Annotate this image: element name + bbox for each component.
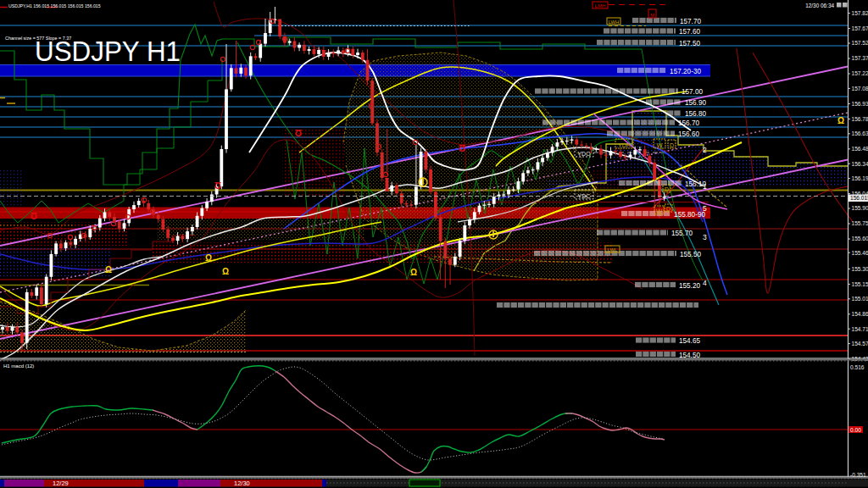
svg-text:5: 5 <box>703 204 707 213</box>
svg-text:Ω: Ω <box>205 253 212 263</box>
svg-text:155.50: 155.50 <box>680 251 701 258</box>
svg-text:H1 macd (12): H1 macd (12) <box>3 363 34 369</box>
svg-text:155.80-90: 155.80-90 <box>674 211 705 219</box>
svg-text:156.485: 156.485 <box>852 146 868 152</box>
svg-text:155.465: 155.465 <box>852 250 868 256</box>
svg-text:Ω: Ω <box>295 128 302 137</box>
svg-text:155.010: 155.010 <box>852 296 868 302</box>
svg-text:4: 4 <box>703 279 707 287</box>
svg-text:-0.351: -0.351 <box>850 472 866 478</box>
svg-text:0.516: 0.516 <box>850 364 865 370</box>
svg-text:YDO: YDO <box>577 151 591 157</box>
svg-text:157.60: 157.60 <box>679 28 700 36</box>
svg-text:YDH: YDH <box>618 142 631 148</box>
svg-text:LWL: LWL <box>608 247 618 252</box>
svg-text:156.340: 156.340 <box>852 161 868 167</box>
svg-text:USDJPY H1: USDJPY H1 <box>35 35 181 67</box>
svg-text:12/30: 12/30 <box>234 480 250 487</box>
svg-text:156.015: 156.015 <box>850 195 868 201</box>
svg-text:W: W <box>656 208 663 215</box>
svg-text:D: D <box>665 186 669 192</box>
svg-text:YDC: YDC <box>578 193 591 199</box>
svg-text:155.20: 155.20 <box>679 282 700 290</box>
svg-text:155.750: 155.750 <box>852 220 868 226</box>
svg-text:LWH: LWH <box>609 19 619 25</box>
svg-text:154.715: 154.715 <box>852 326 868 332</box>
svg-text:157.225: 157.225 <box>852 70 868 76</box>
svg-text:155.70: 155.70 <box>671 230 693 237</box>
svg-text:154.570: 154.570 <box>852 341 868 347</box>
svg-text:M: M <box>650 12 654 18</box>
svg-text:156.780: 156.780 <box>852 116 868 122</box>
svg-text:157.080: 157.080 <box>852 86 868 92</box>
svg-text:3: 3 <box>703 233 707 241</box>
svg-text:2: 2 <box>703 146 707 154</box>
svg-text:12/29: 12/29 <box>53 480 69 487</box>
svg-text:Ω: Ω <box>410 268 417 277</box>
svg-text:157.00: 157.00 <box>682 88 703 96</box>
svg-text:157.50: 157.50 <box>679 40 700 47</box>
svg-text:D: D <box>670 142 674 148</box>
svg-text:157.70: 157.70 <box>680 18 701 25</box>
svg-text:0.00: 0.00 <box>850 427 861 433</box>
svg-text:12/30 06:34: 12/30 06:34 <box>805 3 834 8</box>
svg-text:Ω: Ω <box>837 116 844 125</box>
svg-text:155.900: 155.900 <box>852 205 868 211</box>
svg-text:Ω: Ω <box>459 143 465 152</box>
svg-text:154.50: 154.50 <box>679 352 700 359</box>
svg-text:157.525: 157.525 <box>852 40 868 46</box>
svg-text:156.195: 156.195 <box>852 175 868 181</box>
svg-text:155.155: 155.155 <box>852 281 868 287</box>
svg-text:156.80: 156.80 <box>685 110 706 118</box>
svg-text:157.375: 157.375 <box>852 55 868 61</box>
svg-text:155.600: 155.600 <box>852 236 868 241</box>
svg-text:157.820: 157.820 <box>852 10 868 16</box>
svg-text:Ω: Ω <box>105 265 112 274</box>
svg-text:LMH: LMH <box>594 3 605 8</box>
svg-text:D: D <box>666 206 670 212</box>
svg-text:Ω: Ω <box>222 267 229 276</box>
svg-text:156.930: 156.930 <box>852 101 868 107</box>
svg-text:157.670: 157.670 <box>852 25 868 31</box>
svg-text:154.65: 154.65 <box>679 337 700 345</box>
svg-text:156.70: 156.70 <box>678 119 699 127</box>
svg-text:154.860: 154.860 <box>852 311 868 317</box>
svg-text:157.20-30: 157.20-30 <box>670 68 701 75</box>
svg-text:Ω: Ω <box>31 211 37 220</box>
svg-text:155.305: 155.305 <box>852 266 868 272</box>
svg-text:156.635: 156.635 <box>852 130 868 136</box>
svg-text:156.90: 156.90 <box>685 99 706 107</box>
svg-text:W: W <box>656 141 663 149</box>
svg-text:156.60: 156.60 <box>678 130 699 138</box>
svg-text:Ω: Ω <box>214 180 221 190</box>
svg-text:1: 1 <box>703 182 707 191</box>
svg-text:USDJPY,H1 156.015 156.015 156: USDJPY,H1 156.015 156.015 156.015 156.01… <box>8 3 101 8</box>
